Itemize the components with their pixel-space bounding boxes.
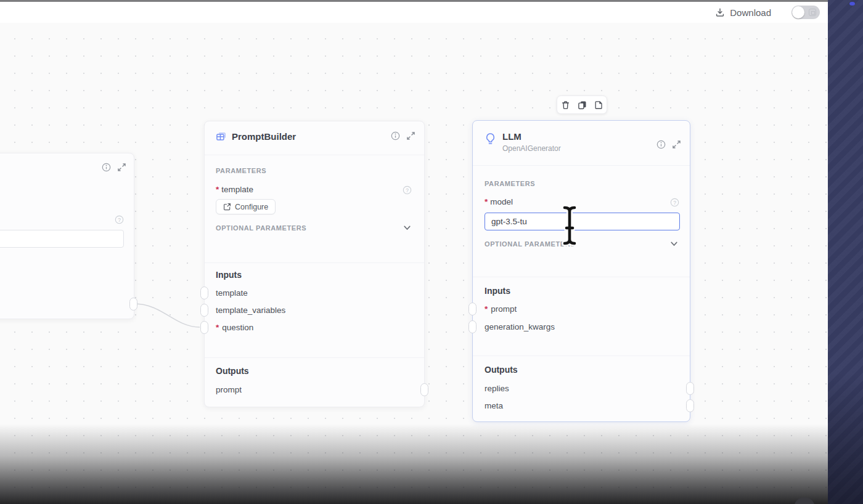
node-title: PromptBuilder xyxy=(232,131,296,142)
required-marker: * xyxy=(485,304,488,314)
required-marker: * xyxy=(216,185,219,194)
input-row-template: template xyxy=(216,288,248,298)
output-port-meta[interactable] xyxy=(686,399,694,412)
help-icon[interactable]: ? xyxy=(403,185,412,195)
svg-text:?: ? xyxy=(673,200,676,206)
info-icon[interactable] xyxy=(391,131,400,140)
parameters-label: PARAMETERS xyxy=(485,180,535,187)
output-row-meta: meta xyxy=(485,401,503,410)
param-model: * model xyxy=(485,197,513,206)
chevron-down-icon[interactable] xyxy=(403,223,412,232)
inputs-heading: Inputs xyxy=(485,286,510,296)
input-row-template-variables: template_variables xyxy=(216,306,285,315)
expand-icon[interactable] xyxy=(117,163,126,172)
expand-icon[interactable] xyxy=(406,131,415,140)
document-icon xyxy=(594,100,603,110)
delete-node-button[interactable] xyxy=(558,97,573,113)
required-marker: * xyxy=(216,323,219,332)
status-dot xyxy=(849,2,855,6)
expand-icon[interactable] xyxy=(672,140,681,149)
io-label: question xyxy=(222,323,253,332)
param-label: template xyxy=(221,185,253,194)
input-row-question: * question xyxy=(216,323,253,332)
info-icon[interactable] xyxy=(102,163,111,172)
configure-button[interactable]: Configure xyxy=(216,199,276,214)
left-node-output-port[interactable] xyxy=(129,298,137,311)
download-button[interactable]: Download xyxy=(715,5,771,20)
inputs-heading: Inputs xyxy=(216,270,242,280)
node-subtitle: OpenAIGenerator xyxy=(502,144,561,153)
input-port-generation-kwargs[interactable] xyxy=(468,320,476,333)
param-label: model xyxy=(490,197,513,206)
toggle-code-icon xyxy=(809,9,816,16)
optional-parameters-label: OPTIONAL PARAMETERS xyxy=(216,224,306,232)
configure-icon xyxy=(223,203,231,211)
node-title: LLM xyxy=(502,131,561,142)
output-port-replies[interactable] xyxy=(686,382,694,395)
download-label: Download xyxy=(730,7,771,18)
input-port-question[interactable] xyxy=(200,321,208,334)
output-port-prompt[interactable] xyxy=(420,383,428,396)
io-label: meta xyxy=(485,401,503,410)
input-port-prompt[interactable] xyxy=(468,303,476,315)
input-port-template-variables[interactable] xyxy=(200,304,208,317)
left-node[interactable]: ? xyxy=(0,153,134,319)
io-label: prompt xyxy=(216,385,242,394)
outputs-heading: Outputs xyxy=(216,366,249,376)
llm-node[interactable]: LLM OpenAIGenerator PARAMETERS * model ? xyxy=(472,120,690,422)
required-marker: * xyxy=(485,197,488,206)
io-label: template xyxy=(216,288,248,298)
info-icon[interactable] xyxy=(656,140,666,149)
help-icon[interactable]: ? xyxy=(115,215,124,224)
builder-grid-icon xyxy=(216,132,226,142)
download-icon xyxy=(715,7,725,17)
left-node-input[interactable] xyxy=(0,230,124,248)
trash-icon xyxy=(561,100,570,110)
toggle-knob xyxy=(792,6,804,18)
lightbulb-icon xyxy=(485,132,496,146)
view-toggle[interactable] xyxy=(791,6,820,19)
document-node-button[interactable] xyxy=(591,97,607,113)
duplicate-node-button[interactable] xyxy=(575,97,590,113)
io-label: template_variables xyxy=(216,306,285,315)
topbar: Download xyxy=(0,2,828,23)
output-row-replies: replies xyxy=(485,384,509,393)
svg-text:?: ? xyxy=(406,187,409,193)
input-row-generation-kwargs: generation_kwargs xyxy=(485,322,555,331)
chevron-down-icon[interactable] xyxy=(669,239,679,248)
input-port-template[interactable] xyxy=(200,287,208,299)
screen: ? PromptBuilder xyxy=(0,0,863,504)
model-input[interactable] xyxy=(485,213,680,230)
io-label: generation_kwargs xyxy=(485,322,555,331)
configure-label: Configure xyxy=(235,203,268,211)
io-label: replies xyxy=(485,384,509,393)
svg-text:?: ? xyxy=(118,217,121,223)
parameters-label: PARAMETERS xyxy=(216,167,266,174)
node-action-toolbar xyxy=(557,96,607,114)
help-icon[interactable]: ? xyxy=(670,198,679,207)
optional-parameters-label: OPTIONAL PARAMETERS xyxy=(485,240,575,248)
output-row-prompt: prompt xyxy=(216,385,242,394)
video-background-strip xyxy=(828,0,863,504)
window-top-border xyxy=(0,0,828,2)
outputs-heading: Outputs xyxy=(485,365,518,375)
promptbuilder-node[interactable]: PromptBuilder PARAMETERS * template ? xyxy=(204,121,425,407)
pipeline-editor-app: ? PromptBuilder xyxy=(0,0,828,504)
input-row-prompt: * prompt xyxy=(485,304,517,314)
param-template: * template xyxy=(216,185,253,194)
io-label: prompt xyxy=(491,304,517,314)
duplicate-icon xyxy=(578,100,587,110)
